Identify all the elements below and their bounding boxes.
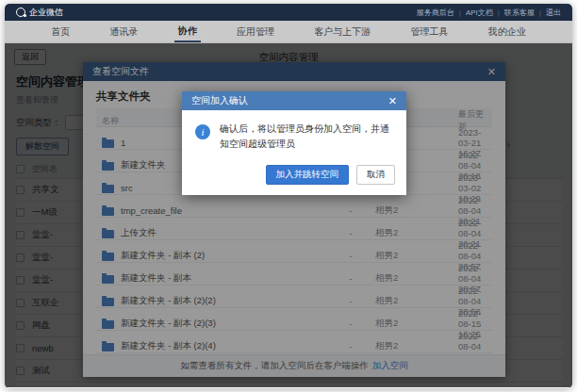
app-window: 企业微信 服务商后台|API文档|联系客服|退出 首页通讯录协作应用管理客户与上… xyxy=(5,4,572,388)
cancel-button[interactable]: 取消 xyxy=(356,165,395,185)
brand-logo-icon xyxy=(16,8,25,17)
nav-tab[interactable]: 我的企业 xyxy=(485,21,530,42)
top-link[interactable]: 服务商后台 xyxy=(417,8,454,18)
confirm-message: 确认后，将以管理员身份加入空间，并通知空间超级管理员 xyxy=(220,122,395,151)
main-nav: 首页通讯录协作应用管理客户与上下游管理工具我的企业 xyxy=(5,21,572,43)
top-links: 服务商后台|API文档|联系客服|退出 xyxy=(417,8,561,18)
nav-tab[interactable]: 协作 xyxy=(174,21,201,42)
top-bar: 企业微信 服务商后台|API文档|联系客服|退出 xyxy=(5,4,572,21)
confirm-modal-body: i 确认后，将以管理员身份加入空间，并通知空间超级管理员 加入并跳转空间 取消 xyxy=(182,110,406,195)
separator: | xyxy=(498,8,500,17)
brand-name: 企业微信 xyxy=(29,7,63,19)
join-confirm-modal: 空间加入确认 ✕ i 确认后，将以管理员身份加入空间，并通知空间超级管理员 加入… xyxy=(182,91,406,195)
info-icon: i xyxy=(195,124,210,139)
separator: | xyxy=(539,8,541,17)
top-link[interactable]: 联系客服 xyxy=(504,8,535,18)
confirm-modal-header: 空间加入确认 ✕ xyxy=(182,91,406,110)
nav-tab[interactable]: 客户与上下游 xyxy=(310,21,374,42)
separator: | xyxy=(459,8,461,17)
nav-tab[interactable]: 首页 xyxy=(47,21,74,42)
content-area: 返回 空间内容管理 空间内容管理 查看和管理 空间类型： 解散空间 1 / 12… xyxy=(5,43,572,387)
top-link[interactable]: API文档 xyxy=(466,8,493,18)
confirm-buttons: 加入并跳转空间 取消 xyxy=(266,165,396,185)
top-link[interactable]: 退出 xyxy=(546,8,561,18)
nav-tab[interactable]: 通讯录 xyxy=(106,21,141,42)
nav-tab[interactable]: 应用管理 xyxy=(233,21,278,42)
close-icon[interactable]: ✕ xyxy=(388,96,397,106)
nav-tab[interactable]: 管理工具 xyxy=(407,21,453,42)
confirm-modal-title: 空间加入确认 xyxy=(191,94,248,107)
join-and-open-button[interactable]: 加入并跳转空间 xyxy=(266,165,350,185)
brand: 企业微信 xyxy=(16,7,63,19)
